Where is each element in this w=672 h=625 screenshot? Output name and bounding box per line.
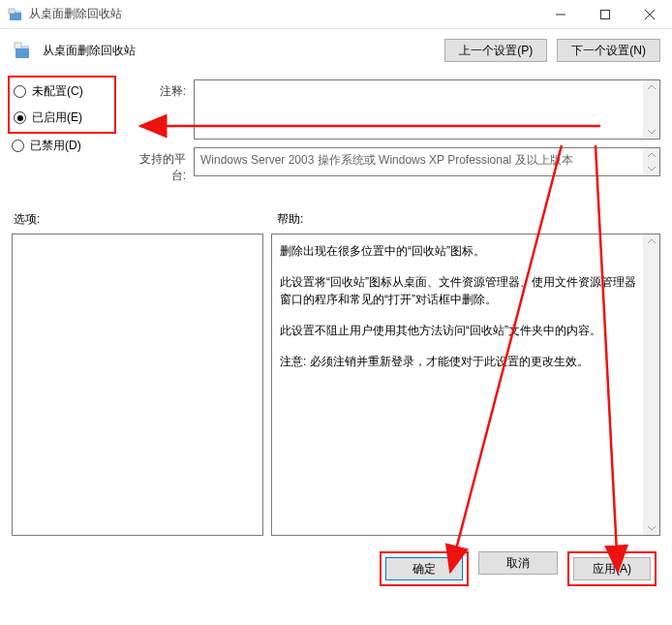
scroll-down-icon[interactable] bbox=[643, 162, 659, 175]
scroll-up-icon[interactable] bbox=[643, 148, 659, 162]
help-text: 注意: 必须注销并重新登录，才能使对于此设置的更改生效。 bbox=[280, 353, 642, 370]
ok-highlight: 确定 bbox=[380, 551, 469, 586]
help-pane: 删除出现在很多位置中的“回收站”图标。 此设置将“回收站”图标从桌面、文件资源管… bbox=[271, 234, 660, 536]
state-radio-group: 未配置(C) 已启用(E) 已禁用(D) bbox=[12, 79, 112, 192]
next-setting-button[interactable]: 下一个设置(N) bbox=[557, 39, 660, 62]
platform-value: Windows Server 2003 操作系统或 Windows XP Pro… bbox=[200, 153, 573, 167]
prev-setting-button[interactable]: 上一个设置(P) bbox=[444, 39, 547, 62]
policy-header: 从桌面删除回收站 上一个设置(P) 下一个设置(N) bbox=[12, 39, 660, 62]
scroll-down-icon[interactable] bbox=[643, 125, 659, 139]
help-text: 删除出现在很多位置中的“回收站”图标。 bbox=[280, 242, 642, 260]
help-text: 此设置不阻止用户使用其他方法访问“回收站”文件夹中的内容。 bbox=[280, 322, 642, 339]
cancel-button[interactable]: 取消 bbox=[478, 551, 558, 575]
scrollbar[interactable] bbox=[643, 148, 659, 175]
svg-rect-9 bbox=[15, 43, 21, 48]
options-label: 选项: bbox=[12, 211, 271, 228]
radio-label: 已启用(E) bbox=[32, 109, 82, 126]
help-text: 此设置将“回收站”图标从桌面、文件资源管理器、使用文件资源管理器窗口的程序和常见… bbox=[280, 273, 642, 308]
app-icon bbox=[8, 7, 23, 22]
help-label: 帮助: bbox=[271, 211, 303, 228]
window-buttons bbox=[538, 0, 672, 28]
radio-icon bbox=[14, 85, 26, 98]
radio-label: 已禁用(D) bbox=[30, 138, 81, 154]
apply-button[interactable]: 应用(A) bbox=[573, 557, 651, 580]
title-bar: 从桌面删除回收站 bbox=[0, 0, 672, 29]
scroll-up-icon[interactable] bbox=[643, 234, 659, 248]
dialog-footer: 确定 取消 应用(A) bbox=[12, 551, 660, 586]
comment-textarea[interactable] bbox=[194, 79, 660, 140]
svg-rect-4 bbox=[601, 10, 610, 18]
options-pane bbox=[12, 234, 263, 536]
radio-label: 未配置(C) bbox=[32, 83, 83, 100]
svg-rect-7 bbox=[15, 48, 29, 58]
radio-enabled[interactable]: 已启用(E) bbox=[14, 109, 110, 126]
radio-disabled[interactable]: 已禁用(D) bbox=[12, 138, 112, 154]
platform-label: 支持的平台: bbox=[130, 147, 194, 184]
scrollbar[interactable] bbox=[643, 234, 659, 535]
ok-button[interactable]: 确定 bbox=[385, 557, 463, 580]
policy-title: 从桌面删除回收站 bbox=[43, 43, 435, 59]
scroll-up-icon[interactable] bbox=[643, 80, 659, 94]
close-button[interactable] bbox=[627, 0, 672, 28]
radio-icon bbox=[14, 111, 26, 124]
radio-not-configured[interactable]: 未配置(C) bbox=[14, 83, 110, 100]
radio-icon bbox=[12, 140, 24, 152]
platform-box: Windows Server 2003 操作系统或 Windows XP Pro… bbox=[194, 147, 660, 176]
svg-rect-2 bbox=[9, 9, 15, 14]
scroll-down-icon[interactable] bbox=[643, 521, 659, 535]
policy-icon bbox=[12, 40, 33, 61]
scrollbar[interactable] bbox=[643, 80, 659, 139]
comment-label: 注释: bbox=[130, 79, 194, 140]
window-title: 从桌面删除回收站 bbox=[29, 6, 538, 22]
minimize-button[interactable] bbox=[538, 0, 583, 28]
apply-highlight: 应用(A) bbox=[567, 551, 657, 586]
maximize-button[interactable] bbox=[583, 0, 627, 28]
